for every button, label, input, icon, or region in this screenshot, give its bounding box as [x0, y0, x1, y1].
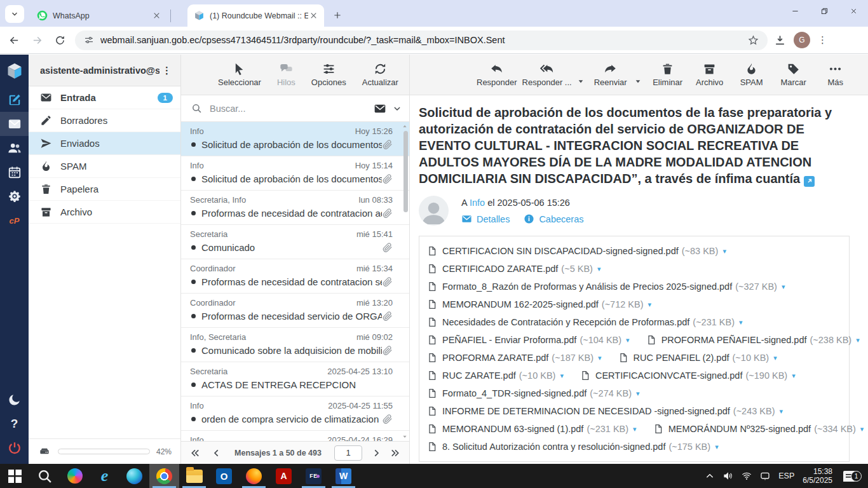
connect-icon[interactable]	[760, 471, 770, 481]
site-settings-icon[interactable]	[84, 35, 94, 45]
attachment-item[interactable]: PROFORMA ZARATE.pdf (~187 KB) ▾	[427, 353, 602, 363]
threads-button[interactable]: Hilos	[277, 62, 295, 87]
delete-button[interactable]: Eliminar	[649, 62, 686, 87]
taskbar-edge-icon[interactable]	[119, 464, 149, 488]
window-minimize-button[interactable]	[780, 0, 810, 22]
search-bar[interactable]: Buscar...	[181, 95, 409, 122]
headers-toggle[interactable]: Cabeceras	[524, 214, 583, 224]
rail-cpanel-button[interactable]: cP	[0, 208, 29, 233]
clock[interactable]: 15:38 6/5/2025	[803, 467, 832, 485]
language-indicator[interactable]: ESP	[778, 471, 794, 480]
attachment-menu-caret-icon[interactable]: ▾	[715, 443, 719, 451]
volume-icon[interactable]	[723, 471, 733, 481]
forward-button[interactable]	[28, 31, 46, 49]
attachment-menu-caret-icon[interactable]: ▾	[860, 425, 864, 433]
attachment-menu-caret-icon[interactable]: ▾	[636, 390, 640, 398]
attachment-item[interactable]: MEMORÁNDUM Nº325-signed.pdf (~334 KB) ▾	[653, 424, 864, 434]
attachment-item[interactable]: RUC PENAFIEL (2).pdf (~10 KB) ▾	[618, 353, 777, 363]
close-tab-icon[interactable]	[308, 10, 319, 21]
browser-menu-icon[interactable]: ⋮	[818, 39, 820, 41]
attachment-menu-caret-icon[interactable]: ▾	[560, 372, 564, 380]
message-list-item[interactable]: Secretaria 2025-04-25 13:10 ACTAS DE ENT…	[181, 362, 409, 396]
attachment-menu-caret-icon[interactable]: ▾	[597, 265, 601, 273]
message-list-item[interactable]: Info Hoy 15:26 Solicitud de aprobación d…	[181, 122, 409, 156]
taskbar-search-icon[interactable]	[30, 464, 60, 488]
notification-center-button[interactable]: 1	[843, 471, 862, 482]
page-number-input[interactable]: 1	[334, 445, 362, 461]
rail-mail-button[interactable]	[0, 112, 29, 136]
window-restore-button[interactable]	[810, 0, 839, 22]
wifi-icon[interactable]	[742, 471, 752, 481]
reload-button[interactable]	[51, 31, 69, 49]
forward-button[interactable]: Reenviar	[592, 62, 629, 87]
attachment-menu-caret-icon[interactable]: ▾	[648, 301, 652, 309]
rail-help-button[interactable]: ?	[0, 412, 29, 436]
rail-darkmode-moon-button[interactable]	[0, 388, 29, 412]
message-list-item[interactable]: Secretaria mié 15:41 Comunicado	[181, 225, 409, 259]
attachment-menu-caret-icon[interactable]: ▾	[782, 283, 785, 291]
message-list-item[interactable]: Info, Secretaria mié 09:02 Comunicado so…	[181, 328, 409, 362]
attachment-item[interactable]: MEMORANDUM 162-2025-signed.pdf (~712 KB)…	[427, 299, 651, 309]
first-page-icon[interactable]	[190, 449, 200, 458]
attachment-item[interactable]: 8. Solicitud Autorización contra y resol…	[427, 442, 719, 452]
select-button[interactable]: Seleccionar	[218, 62, 261, 87]
attachment-item[interactable]: PROFORMA PEÑAFIEL-signed.pdf (~238 KB) ▾	[646, 335, 860, 345]
rail-logout-power-button[interactable]	[0, 436, 29, 460]
attachment-menu-caret-icon[interactable]: ▾	[598, 354, 602, 362]
list-scroll-down-icon[interactable]	[402, 434, 408, 439]
next-page-icon[interactable]	[371, 449, 381, 458]
details-toggle[interactable]: Detalles	[461, 214, 510, 224]
rail-calendar-button[interactable]	[0, 160, 29, 184]
message-list-item[interactable]: Info 2025-04-25 11:55 orden de compra se…	[181, 396, 409, 431]
taskbar-firmaec-icon[interactable]: FE	[299, 464, 329, 488]
attachment-menu-caret-icon[interactable]: ▾	[856, 336, 860, 344]
taskbar-firefox-icon[interactable]	[239, 464, 269, 488]
attachment-item[interactable]: CERTIFICADO ZARATE.pdf (~5 KB) ▾	[427, 264, 600, 274]
list-scroll-up-icon[interactable]	[402, 124, 408, 129]
taskbar-word-icon[interactable]: W	[329, 464, 358, 488]
list-scrollbar-thumb[interactable]	[403, 131, 408, 212]
search-input[interactable]: Buscar...	[210, 104, 374, 114]
bookmark-star-icon[interactable]	[748, 35, 759, 46]
archive-button[interactable]: Archivo	[691, 62, 728, 87]
url-text[interactable]: webmail.sanjuan.gob.ec/cpsess4713464511/…	[100, 35, 748, 45]
folder-item-entrada[interactable]: Entrada 1	[29, 86, 180, 109]
folder-item-papelera[interactable]: Papelera	[29, 178, 180, 201]
search-options-chevron-icon[interactable]	[393, 104, 402, 113]
folder-item-archivo[interactable]: Archivo	[29, 201, 180, 224]
tray-chevron-up-icon[interactable]	[705, 471, 715, 481]
tab-search-button[interactable]	[5, 5, 24, 23]
taskbar-copilot-icon[interactable]	[60, 464, 90, 488]
rail-settings-button[interactable]	[0, 184, 29, 208]
reply-all-button[interactable]: Responder ...	[522, 62, 572, 87]
account-menu-icon[interactable]: ⋮	[159, 65, 174, 76]
open-in-new-window-icon[interactable]	[804, 176, 815, 187]
attachment-item[interactable]: RUC ZARATE.pdf (~10 KB) ▾	[427, 370, 564, 381]
message-list-item[interactable]: Coordinador mié 13:20 Proformas de neces…	[181, 294, 409, 328]
folder-item-borradores[interactable]: Borradores	[29, 109, 180, 132]
window-close-button[interactable]	[839, 0, 868, 22]
back-button[interactable]	[5, 31, 23, 49]
reply-all-dropdown-icon[interactable]	[577, 78, 585, 85]
taskbar-ie-icon[interactable]: e	[90, 464, 119, 488]
attachment-menu-caret-icon[interactable]: ▾	[773, 354, 777, 362]
attachment-item[interactable]: CERTIFICACIONVCATE-signed.pdf (~190 KB) …	[580, 370, 796, 381]
refresh-button[interactable]: Actualizar	[362, 62, 398, 87]
attachment-item[interactable]: Necesidades de Contratación y Recepción …	[427, 317, 743, 327]
message-list-item[interactable]: Info 2025-04-24 16:29	[181, 431, 409, 441]
profile-avatar[interactable]: G	[794, 32, 810, 48]
attachment-item[interactable]: Formato_8_Razón de Proformas y Análisis …	[427, 281, 785, 292]
prev-page-icon[interactable]	[212, 449, 222, 458]
last-page-icon[interactable]	[390, 449, 400, 458]
new-tab-button[interactable]	[329, 7, 346, 24]
tab-roundcube[interactable]: (1) Roundcube Webmail :: Envia	[187, 4, 324, 27]
attachment-menu-caret-icon[interactable]: ▾	[633, 425, 637, 433]
attachment-menu-caret-icon[interactable]: ▾	[792, 372, 796, 380]
attachment-menu-caret-icon[interactable]: ▾	[780, 407, 783, 416]
message-list-item[interactable]: Info Hoy 15:14 Solicitud de aprobación d…	[181, 156, 409, 191]
tab-whatsapp[interactable]: WhatsApp	[31, 4, 167, 27]
taskbar-chrome-icon[interactable]	[149, 464, 179, 488]
attachment-item[interactable]: INFORME DE DETERMINACION DE NECESIDAD -s…	[427, 406, 783, 416]
options-button[interactable]: Opciones	[311, 62, 346, 87]
message-list-item[interactable]: Coordinador mié 15:34 Proformas de neces…	[181, 259, 409, 294]
